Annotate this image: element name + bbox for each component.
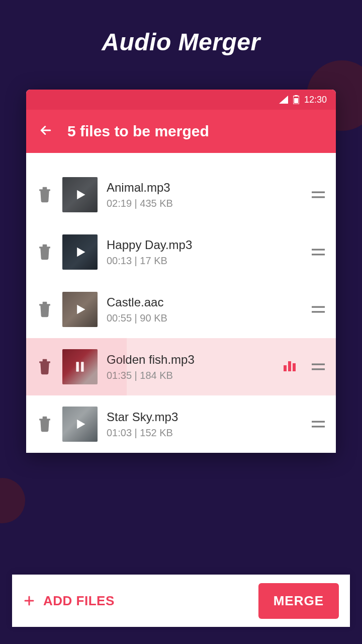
equalizer-icon: [284, 360, 298, 373]
bg-circle: [0, 478, 25, 523]
play-icon: [62, 292, 98, 327]
plus-icon: [23, 595, 35, 607]
list-item: Happy Day.mp300:13 | 17 KB: [26, 223, 336, 281]
drag-handle-icon[interactable]: [311, 247, 326, 257]
bottom-bar: ADD FILES MERGE: [12, 575, 350, 627]
pause-button[interactable]: [62, 349, 98, 384]
play-button[interactable]: [62, 177, 98, 212]
pause-icon: [62, 349, 98, 384]
svg-rect-12: [288, 361, 291, 371]
merge-button[interactable]: MERGE: [258, 583, 339, 619]
add-files-label: ADD FILES: [43, 593, 115, 609]
signal-icon: [279, 96, 288, 104]
file-info: Castle.aac00:55 | 90 KB: [107, 295, 302, 324]
list-item: Castle.aac00:55 | 90 KB: [26, 281, 336, 338]
file-meta: 00:13 | 17 KB: [107, 255, 302, 267]
svg-rect-15: [312, 368, 325, 370]
file-name: Star Sky.mp3: [107, 410, 302, 424]
svg-rect-10: [81, 362, 83, 372]
status-bar: 12:30: [26, 90, 336, 110]
add-files-button[interactable]: ADD FILES: [23, 593, 115, 609]
play-button[interactable]: [62, 407, 98, 442]
svg-rect-3: [312, 192, 325, 193]
page-title: Audio Merger: [0, 0, 362, 74]
file-meta: 01:35 | 184 KB: [107, 370, 275, 381]
back-icon[interactable]: [38, 123, 53, 140]
svg-rect-16: [312, 421, 325, 423]
play-icon: [62, 177, 98, 212]
svg-rect-5: [312, 249, 325, 251]
file-meta: 01:03 | 152 KB: [107, 427, 302, 439]
battery-icon: [293, 95, 299, 104]
delete-icon[interactable]: [36, 359, 53, 375]
delete-icon[interactable]: [36, 187, 53, 203]
phone-frame: 12:30 5 files to be merged Animal.mp302:…: [26, 90, 336, 453]
drag-handle-icon[interactable]: [311, 362, 326, 372]
file-info: Golden fish.mp301:35 | 184 KB: [107, 353, 275, 381]
svg-rect-6: [312, 254, 325, 255]
play-button[interactable]: [62, 292, 98, 327]
file-list: Animal.mp302:19 | 435 KBHappy Day.mp300:…: [26, 166, 336, 453]
file-name: Animal.mp3: [107, 181, 302, 195]
svg-rect-13: [293, 363, 296, 371]
delete-icon[interactable]: [36, 244, 53, 260]
file-name: Golden fish.mp3: [107, 353, 275, 367]
drag-handle-icon[interactable]: [311, 304, 326, 314]
svg-rect-8: [312, 311, 325, 312]
svg-rect-17: [312, 426, 325, 427]
file-meta: 02:19 | 435 KB: [107, 198, 302, 209]
svg-rect-14: [312, 364, 325, 365]
svg-rect-7: [312, 306, 325, 308]
svg-rect-9: [76, 362, 78, 372]
delete-icon[interactable]: [36, 416, 53, 432]
list-item: Star Sky.mp301:03 | 152 KB: [26, 395, 336, 453]
file-info: Animal.mp302:19 | 435 KB: [107, 181, 302, 209]
file-meta: 00:55 | 90 KB: [107, 312, 302, 324]
list-item: Golden fish.mp301:35 | 184 KB: [26, 338, 336, 395]
delete-icon[interactable]: [36, 301, 53, 317]
svg-rect-4: [312, 196, 325, 198]
svg-rect-2: [294, 98, 298, 103]
app-bar: 5 files to be merged: [26, 110, 336, 153]
file-info: Happy Day.mp300:13 | 17 KB: [107, 238, 302, 267]
play-icon: [62, 407, 98, 442]
svg-rect-11: [284, 365, 287, 371]
play-icon: [62, 234, 98, 270]
status-time: 12:30: [304, 95, 327, 105]
file-info: Star Sky.mp301:03 | 152 KB: [107, 410, 302, 439]
app-bar-title: 5 files to be merged: [67, 123, 209, 140]
drag-handle-icon[interactable]: [311, 190, 326, 200]
list-item: Animal.mp302:19 | 435 KB: [26, 166, 336, 223]
drag-handle-icon[interactable]: [311, 419, 326, 429]
play-button[interactable]: [62, 234, 98, 270]
file-name: Happy Day.mp3: [107, 238, 302, 252]
file-name: Castle.aac: [107, 295, 302, 309]
